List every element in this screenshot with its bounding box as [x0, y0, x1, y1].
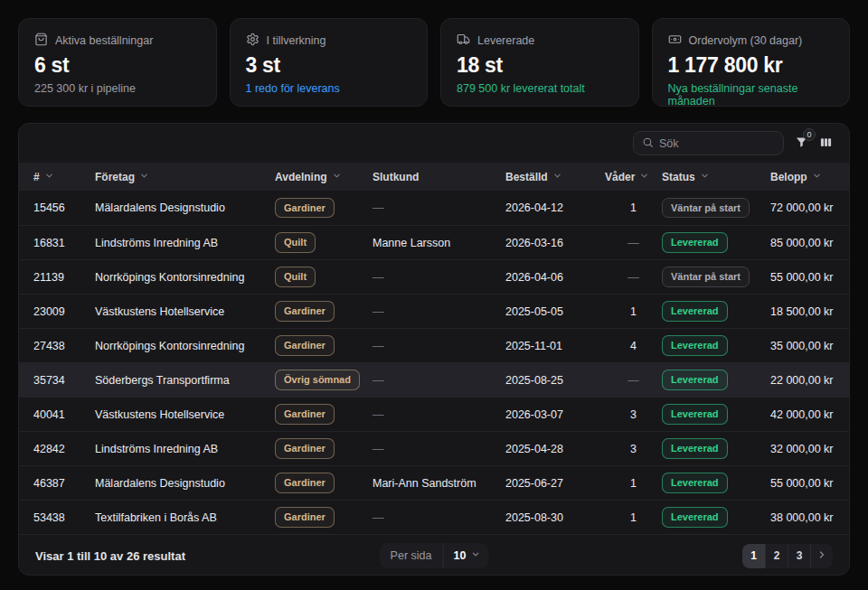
page-button-3[interactable]: 3	[788, 544, 810, 568]
ordered-date: 2025-08-30	[505, 511, 605, 524]
stat-card-order-volume: Ordervolym (30 dagar) 1 177 800 kr Nya b…	[652, 18, 851, 107]
end-customer: —	[373, 340, 505, 352]
end-customer: —	[373, 374, 505, 387]
ordered-date: 2026-04-12	[505, 201, 605, 214]
panels-count: 4	[605, 340, 662, 352]
company-name: Norrköpings Kontorsinredning	[95, 271, 275, 284]
amount: 32 000,00 kr	[770, 443, 849, 455]
column-header-ordered[interactable]: Beställd	[505, 171, 605, 183]
company-name: Textilfabriken i Borås AB	[95, 511, 275, 524]
per-page-label: Per sida	[380, 549, 443, 562]
department-badge: Quilt	[275, 232, 316, 252]
panels-count: —	[605, 374, 662, 387]
dashboard-page: Aktiva beställningar 6 st 225 300 kr i p…	[0, 0, 868, 590]
column-header-status[interactable]: Status	[662, 171, 770, 183]
table-row[interactable]: 15456 Mälardalens Designstudio Gardiner …	[19, 191, 849, 225]
panels-count: —	[605, 237, 662, 249]
company-name: Mälardalens Designstudio	[95, 477, 275, 490]
chevron-down-icon	[470, 549, 480, 562]
next-page-button[interactable]	[810, 544, 833, 568]
stat-card-value: 18 st	[457, 53, 623, 78]
column-header-panels[interactable]: Våder	[605, 171, 662, 183]
column-header-end-customer: Slutkund	[373, 171, 505, 183]
banknote-icon	[668, 33, 682, 49]
stat-card-subtext: 225 300 kr i pipeline	[34, 82, 201, 95]
table-row[interactable]: 27438 Norrköpings Kontorsinredning Gardi…	[19, 328, 849, 362]
table-row[interactable]: 46387 Mälardalens Designstudio Gardiner …	[19, 465, 849, 500]
company-name: Västkustens Hotellservice	[95, 408, 275, 421]
stat-card-subtext: 879 500 kr levererat totalt	[457, 82, 623, 95]
stat-card-subtext: 1 redo för leverans	[246, 82, 412, 95]
gear-icon	[246, 33, 259, 49]
status-badge: Levererad	[662, 370, 728, 389]
panels-count: 1	[605, 201, 662, 214]
search-box[interactable]	[633, 131, 784, 155]
table-row[interactable]: 42842 Lindströms Inredning AB Gardiner —…	[19, 431, 849, 465]
status-badge: Levererad	[662, 335, 728, 355]
table-row[interactable]: 21139 Norrköpings Kontorsinredning Quilt…	[19, 259, 849, 294]
order-number: 35734	[33, 374, 95, 387]
column-header-amount[interactable]: Belopp	[770, 171, 849, 183]
table-row[interactable]: 40041 Västkustens Hotellservice Gardiner…	[19, 397, 849, 431]
chevron-down-icon	[552, 171, 562, 183]
status-badge: Levererad	[662, 404, 728, 424]
stat-card-active-orders: Aktiva beställningar 6 st 225 300 kr i p…	[18, 18, 217, 107]
amount: 35 000,00 kr	[770, 340, 849, 352]
stat-card-value: 3 st	[246, 53, 412, 78]
amount: 42 000,00 kr	[770, 408, 849, 421]
table-row[interactable]: 23009 Västkustens Hotellservice Gardiner…	[19, 294, 849, 328]
order-number: 42842	[33, 443, 95, 455]
results-summary: Visar 1 till 10 av 26 resultat	[35, 549, 185, 563]
column-header-company[interactable]: Företag	[95, 171, 275, 183]
order-number: 16831	[33, 237, 95, 249]
end-customer: —	[373, 443, 505, 455]
status-badge: Väntar på start	[662, 267, 750, 286]
stat-card-label: Ordervolym (30 dagar)	[689, 34, 803, 47]
table-row[interactable]: 53438 Textilfabriken i Borås AB Gardiner…	[19, 500, 849, 534]
stat-card-label: Aktiva beställningar	[55, 34, 153, 47]
amount: 18 500,00 kr	[770, 305, 849, 318]
order-number: 46387	[33, 477, 95, 490]
column-header-id[interactable]: #	[33, 171, 95, 183]
stat-card-label: Levererade	[477, 34, 534, 47]
chevron-down-icon	[332, 171, 342, 183]
end-customer: —	[373, 271, 505, 284]
chevron-down-icon	[139, 171, 149, 183]
amount: 38 000,00 kr	[770, 511, 849, 524]
pagination: 1 2 3	[742, 544, 833, 568]
company-name: Söderbergs Transportfirma	[95, 374, 275, 387]
end-customer: —	[373, 511, 505, 524]
chevron-down-icon	[639, 171, 649, 183]
amount: 55 000,00 kr	[770, 271, 849, 284]
order-number: 40041	[33, 408, 95, 421]
stat-card-label: I tillverkning	[267, 34, 326, 47]
filter-count-badge: 0	[803, 128, 816, 141]
amount: 22 000,00 kr	[770, 374, 849, 387]
table-body: 15456 Mälardalens Designstudio Gardiner …	[19, 191, 849, 534]
company-name: Lindströms Inredning AB	[95, 443, 275, 455]
chevron-right-icon	[816, 549, 827, 563]
panels-count: 1	[605, 477, 662, 490]
end-customer: —	[373, 408, 505, 421]
department-badge: Gardiner	[275, 507, 335, 527]
page-button-2[interactable]: 2	[765, 544, 788, 568]
per-page-select[interactable]: Per sida 10	[380, 543, 489, 568]
panels-count: 3	[605, 443, 662, 455]
department-badge: Gardiner	[275, 301, 335, 321]
end-customer: —	[373, 201, 505, 214]
search-input[interactable]	[659, 137, 775, 150]
table-row[interactable]: 16831 Lindströms Inredning AB Quilt Mann…	[19, 225, 849, 259]
status-badge: Levererad	[662, 473, 728, 492]
order-number: 23009	[33, 305, 95, 318]
columns-button[interactable]	[819, 136, 833, 152]
table-row[interactable]: 35734 Söderbergs Transportfirma Övrig sö…	[19, 362, 849, 397]
panels-count: —	[605, 271, 662, 284]
truck-icon	[457, 33, 470, 49]
stat-card-value: 1 177 800 kr	[668, 53, 835, 78]
department-badge: Gardiner	[275, 198, 335, 218]
end-customer: Mari-Ann Sandström	[373, 477, 505, 490]
filter-button[interactable]: 0	[795, 136, 808, 152]
column-header-department[interactable]: Avdelning	[275, 171, 373, 183]
page-button-1[interactable]: 1	[742, 544, 765, 568]
ordered-date: 2026-04-06	[505, 271, 605, 284]
